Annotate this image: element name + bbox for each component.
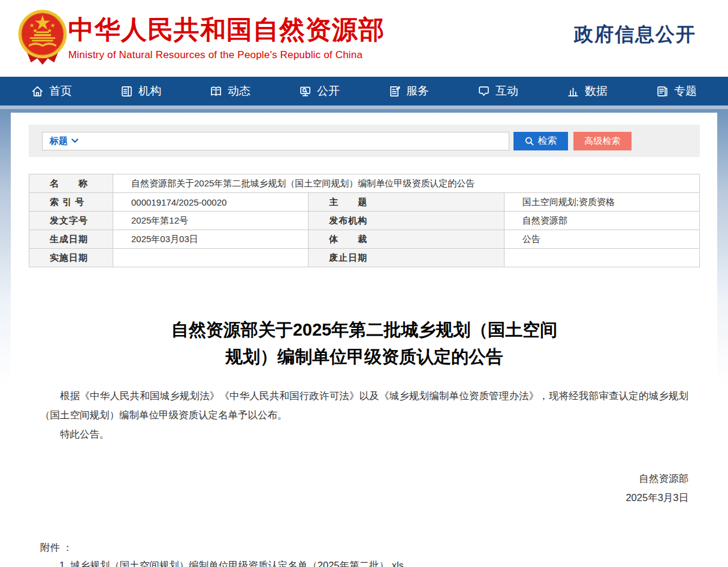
attachments-label: 附件 ： xyxy=(40,538,688,556)
table-row: 名 称 自然资源部关于2025年第二批城乡规划（国土空间规划）编制单位甲级资质认… xyxy=(29,174,700,193)
search-button[interactable]: 检索 xyxy=(513,132,568,150)
meta-label-index-number: 索 引 号 xyxy=(29,193,113,212)
signature-block: 自然资源部 2025年3月3日 xyxy=(40,469,688,507)
article-title-line1: 自然资源部关于2025年第二批城乡规划（国土空间 xyxy=(40,316,688,343)
attachments-section: 附件 ： 1. 城乡规划（国土空间规划）编制单位甲级资质认定名单（2025年第二… xyxy=(40,538,688,567)
nav-item-label: 服务 xyxy=(406,83,429,99)
brand-block: 中华人民共和国自然资源部 Ministry of Natural Resourc… xyxy=(68,16,385,61)
nav-item-topics[interactable]: 专题 xyxy=(656,83,697,99)
meta-label-doc-number: 发文字号 xyxy=(29,212,113,230)
organization-icon xyxy=(120,85,133,98)
meta-label-subject: 主 题 xyxy=(309,193,504,212)
meta-label-generated-date: 生成日期 xyxy=(29,230,113,249)
meta-value-issuing-agency: 自然资源部 xyxy=(504,212,699,230)
nav-item-label: 互动 xyxy=(496,83,518,99)
nav-item-data[interactable]: 数据 xyxy=(567,83,608,99)
table-row: 索 引 号 000019174/2025-00020 主 题 国土空间规划;资质… xyxy=(29,193,700,212)
news-icon xyxy=(210,85,222,98)
page-section-title: 政府信息公开 xyxy=(574,22,696,48)
site-header: 中华人民共和国自然资源部 Ministry of Natural Resourc… xyxy=(0,0,728,77)
service-icon xyxy=(388,85,401,98)
chevron-down-icon xyxy=(71,138,78,143)
article-title-line2: 规划）编制单位甲级资质认定的公告 xyxy=(40,343,688,370)
meta-value-genre: 公告 xyxy=(504,230,699,249)
signature-date: 2025年3月3日 xyxy=(40,488,688,507)
nav-item-home[interactable]: 首页 xyxy=(31,83,72,99)
article: 自然资源部关于2025年第二批城乡规划（国土空间 规划）编制单位甲级资质认定的公… xyxy=(29,316,700,567)
table-row: 发文字号 2025年第12号 发布机构 自然资源部 xyxy=(29,212,700,230)
nav-item-label: 机构 xyxy=(138,83,161,99)
nav-item-label: 首页 xyxy=(49,83,72,99)
table-row: 实施日期 废止日期 xyxy=(29,249,700,267)
meta-value-name: 自然资源部关于2025年第二批城乡规划（国土空间规划）编制单位甲级资质认定的公告 xyxy=(113,174,700,193)
nav-item-disclosure[interactable]: 公开 xyxy=(299,83,340,99)
search-icon xyxy=(525,137,534,146)
search-band: 标题 检索 高级检索 xyxy=(29,125,700,157)
content-panel: 标题 检索 高级检索 名 称 自然资源部关于2025年第二批城乡规划（国土空间规… xyxy=(11,113,717,567)
meta-value-generated-date: 2025年03月03日 xyxy=(113,230,309,249)
disclosure-icon xyxy=(299,85,312,98)
search-button-label: 检索 xyxy=(538,135,557,147)
meta-label-effective-date: 实施日期 xyxy=(29,249,113,267)
document-meta-table: 名 称 自然资源部关于2025年第二批城乡规划（国土空间规划）编制单位甲级资质认… xyxy=(29,174,700,267)
meta-value-repeal-date xyxy=(504,249,699,267)
signature-agency: 自然资源部 xyxy=(40,469,688,488)
search-field-selector-label: 标题 xyxy=(50,135,68,147)
site-title: 中华人民共和国自然资源部 xyxy=(68,16,385,44)
article-title: 自然资源部关于2025年第二批城乡规划（国土空间 规划）编制单位甲级资质认定的公… xyxy=(40,316,688,370)
meta-label-name: 名 称 xyxy=(29,174,113,193)
page-background: 标题 检索 高级检索 名 称 自然资源部关于2025年第二批城乡规划（国土空间规… xyxy=(0,109,728,567)
nav-item-label: 专题 xyxy=(674,83,697,99)
nav-item-organization[interactable]: 机构 xyxy=(120,83,161,99)
article-body: 根据《中华人民共和国城乡规划法》《中华人民共和国行政许可法》以及《城乡规划编制单… xyxy=(40,386,688,444)
table-row: 生成日期 2025年03月03日 体 裁 公告 xyxy=(29,230,700,249)
data-icon xyxy=(567,85,579,98)
meta-label-issuing-agency: 发布机构 xyxy=(309,212,504,230)
search-field-selector[interactable]: 标题 xyxy=(50,135,78,147)
interaction-icon xyxy=(478,85,490,98)
search-input[interactable] xyxy=(78,133,502,149)
nav-item-interaction[interactable]: 互动 xyxy=(478,83,518,99)
main-nav: 首页 机构 动态 公开 服务 互动 数据 专题 xyxy=(0,77,728,105)
article-paragraph: 根据《中华人民共和国城乡规划法》《中华人民共和国行政许可法》以及《城乡规划编制单… xyxy=(40,386,688,424)
nav-item-service[interactable]: 服务 xyxy=(388,83,429,99)
meta-value-index-number: 000019174/2025-00020 xyxy=(113,193,309,212)
home-icon xyxy=(31,85,44,98)
advanced-search-button[interactable]: 高级检索 xyxy=(573,132,632,150)
attachment-link-1[interactable]: 1. 城乡规划（国土空间规划）编制单位甲级资质认定名单（2025年第二批）.xl… xyxy=(59,556,688,567)
meta-label-repeal-date: 废止日期 xyxy=(309,249,504,267)
nav-item-label: 动态 xyxy=(228,83,250,99)
search-box: 标题 xyxy=(42,132,509,150)
nav-item-label: 公开 xyxy=(317,83,340,99)
meta-value-doc-number: 2025年第12号 xyxy=(113,212,309,230)
meta-label-genre: 体 裁 xyxy=(309,230,504,249)
site-title-english: Ministry of Natural Resources of the Peo… xyxy=(68,49,385,61)
topics-icon xyxy=(656,85,669,98)
nav-item-news[interactable]: 动态 xyxy=(210,83,250,99)
meta-value-effective-date xyxy=(113,249,309,267)
meta-value-subject: 国土空间规划;资质资格 xyxy=(504,193,699,212)
china-national-emblem-icon xyxy=(16,7,69,69)
nav-item-label: 数据 xyxy=(585,83,608,99)
article-paragraph: 特此公告。 xyxy=(40,424,688,444)
